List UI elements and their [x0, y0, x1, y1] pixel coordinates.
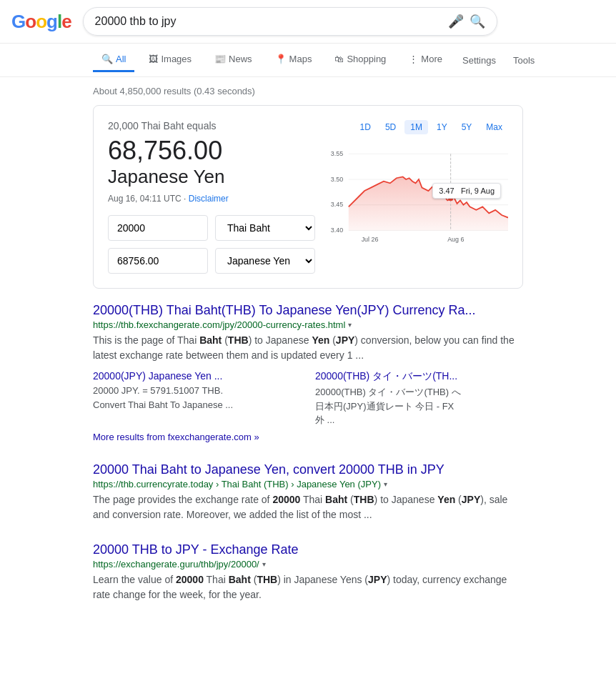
nav-label-shopping: Shopping	[347, 54, 386, 64]
result-item: 20000(THB) Thai Baht(THB) To Japanese Ye…	[93, 303, 523, 442]
currency-widget-left: 20,000 Thai Baht equals 68,756.00 Japane…	[108, 120, 315, 274]
currency-widget: 20,000 Thai Baht equals 68,756.00 Japane…	[93, 105, 523, 289]
currency-row-1: Thai Baht	[108, 215, 315, 241]
more-results-link[interactable]: More results from fxexchangerate.com »	[93, 432, 523, 442]
logo-e: e	[61, 11, 71, 33]
nav-label-news: News	[229, 54, 252, 64]
svg-text:3.50: 3.50	[331, 176, 343, 183]
chart-tab-1m[interactable]: 1M	[404, 120, 428, 134]
disclaimer-link[interactable]: Disclaimer	[189, 194, 229, 204]
logo-g: G	[11, 11, 25, 33]
navigation: 🔍 All 🖼 Images 📰 News 📍 Maps 🛍 Shopping …	[0, 44, 616, 77]
chart-tab-max[interactable]: Max	[480, 120, 508, 134]
result-url-dropdown-icon-3[interactable]: ▾	[262, 560, 266, 568]
sub-result-title-2[interactable]: 20000(THB) タイ・バーツ(TH...	[315, 370, 523, 383]
shopping-nav-icon: 🛍	[334, 54, 344, 64]
nav-item-news[interactable]: 📰 News	[206, 48, 261, 72]
nav-label-maps: Maps	[289, 54, 312, 64]
more-nav-icon: ⋮	[409, 54, 418, 64]
result-title[interactable]: 20000(THB) Thai Baht(THB) To Japanese Ye…	[93, 303, 523, 318]
result-url: https://thb.fxexchangerate.com/jpy/20000…	[93, 319, 523, 330]
chart-tab-5y[interactable]: 5Y	[456, 120, 478, 134]
result-item-3: 20000 THB to JPY - Exchange Rate https:/…	[93, 542, 523, 602]
result-url-text-2: https://thb.currencyrate.today › Thai Ba…	[93, 479, 381, 489]
search-nav-icon: 🔍	[101, 54, 113, 64]
chart-tab-5d[interactable]: 5D	[379, 120, 402, 134]
logo-o2: o	[36, 11, 46, 33]
chart-tooltip: 3.47 Fri, 9 Aug	[432, 183, 501, 199]
result-snippet: This is the page of Thai Baht (THB) to J…	[93, 333, 523, 363]
google-logo[interactable]: G o o g l e	[11, 11, 71, 33]
settings-button[interactable]: Settings	[457, 49, 502, 71]
svg-text:3.40: 3.40	[331, 227, 343, 234]
header: G o o g l e 🎤 🔍	[0, 0, 616, 44]
sub-result-snippet-2: 20000(THB) タイ・バーツ(THB) へ日本円(JPY)通貨レート 今日…	[315, 385, 523, 427]
nav-item-images[interactable]: 🖼 Images	[140, 48, 200, 72]
images-nav-icon: 🖼	[149, 54, 158, 64]
sub-result-item: 20000(JPY) Japanese Yen ... 20000 JPY. =…	[93, 370, 301, 427]
search-bar: 🎤 🔍	[83, 7, 497, 36]
svg-text:3.55: 3.55	[331, 150, 343, 157]
sub-result-title[interactable]: 20000(JPY) Japanese Yen ...	[93, 370, 301, 382]
nav-item-maps[interactable]: 📍 Maps	[267, 48, 321, 72]
currency-widget-right: 1D 5D 1M 1Y 5Y Max 3.55 3.50 3.45 3.40	[329, 120, 508, 274]
currency-date: Aug 16, 04:11 UTC · Disclaimer	[108, 194, 315, 204]
currency-inputs: Thai Baht Japanese Yen	[108, 215, 315, 274]
nav-label-all: All	[116, 54, 126, 64]
result-title-3[interactable]: 20000 THB to JPY - Exchange Rate	[93, 542, 523, 557]
tooltip-value: 3.47	[439, 187, 454, 195]
logo-g2: g	[46, 11, 57, 33]
currency-amount: 68,756.00	[108, 136, 315, 166]
result-snippet-3: Learn the value of 20000 Thai Baht (THB)…	[93, 572, 523, 602]
chart-tab-1y[interactable]: 1Y	[431, 120, 453, 134]
result-snippet-2: The page provides the exchange rate of 2…	[93, 492, 523, 522]
chart-tabs: 1D 5D 1M 1Y 5Y Max	[329, 120, 508, 134]
nav-label-images: Images	[161, 54, 192, 64]
svg-text:Jul 26: Jul 26	[362, 237, 379, 244]
search-icon[interactable]: 🔍	[470, 14, 485, 29]
sub-result-item: 20000(THB) タイ・バーツ(TH... 20000(THB) タイ・バー…	[315, 370, 523, 427]
result-url-text: https://thb.fxexchangerate.com/jpy/20000…	[93, 319, 345, 330]
currency-row-2: Japanese Yen	[108, 248, 315, 274]
currency-select-1[interactable]: Thai Baht	[215, 215, 315, 241]
mic-icon[interactable]: 🎤	[448, 14, 464, 29]
nav-item-shopping[interactable]: 🛍 Shopping	[326, 48, 394, 72]
tooltip-date: Fri, 9 Aug	[461, 187, 495, 195]
sub-results: 20000(JPY) Japanese Yen ... 20000 JPY. =…	[93, 370, 523, 427]
currency-select-2[interactable]: Japanese Yen	[215, 248, 315, 274]
news-nav-icon: 📰	[214, 54, 226, 64]
maps-nav-icon: 📍	[275, 54, 287, 64]
currency-widget-title: 20,000 Thai Baht equals	[108, 120, 315, 131]
amount-input-2[interactable]	[108, 248, 208, 274]
results-count: About 4,850,000 results (0.43 seconds)	[0, 77, 616, 105]
tools-button[interactable]: Tools	[507, 49, 540, 71]
logo-o1: o	[25, 11, 36, 33]
amount-input-1[interactable]	[108, 215, 208, 241]
nav-item-all[interactable]: 🔍 All	[93, 48, 134, 72]
svg-text:Aug 6: Aug 6	[447, 237, 464, 244]
result-title-2[interactable]: 20000 Thai Baht to Japanese Yen, convert…	[93, 462, 523, 477]
search-results: 20000(THB) Thai Baht(THB) To Japanese Ye…	[0, 303, 616, 602]
sub-result-snippet: 20000 JPY. = 5791.51007 THB.Convert Thai…	[93, 384, 301, 412]
nav-label-more: More	[421, 54, 442, 64]
currency-name: Japanese Yen	[108, 166, 315, 188]
result-url-3: https://exchangerate.guru/thb/jpy/20000/…	[93, 559, 523, 570]
result-url-dropdown-icon[interactable]: ▾	[348, 321, 352, 329]
chart-tab-1d[interactable]: 1D	[354, 120, 377, 134]
search-input[interactable]	[95, 15, 442, 28]
result-url-dropdown-icon-2[interactable]: ▾	[384, 480, 387, 488]
svg-text:3.45: 3.45	[331, 201, 343, 208]
result-url-text-3: https://exchangerate.guru/thb/jpy/20000/	[93, 559, 259, 570]
result-item-2: 20000 Thai Baht to Japanese Yen, convert…	[93, 462, 523, 522]
chart-container: 3.55 3.50 3.45 3.40	[329, 140, 508, 257]
result-url-2: https://thb.currencyrate.today › Thai Ba…	[93, 479, 523, 489]
nav-item-more[interactable]: ⋮ More	[400, 48, 451, 72]
